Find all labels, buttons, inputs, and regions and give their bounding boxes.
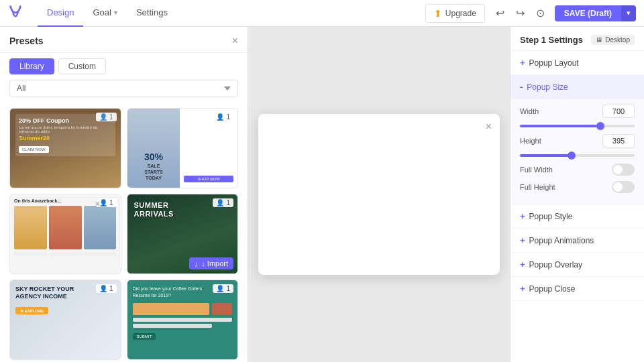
- person-icon-6: 👤: [216, 285, 224, 292]
- presets-panel: Presets × Library Custom All Popup Banne…: [0, 27, 248, 362]
- collapse-icon-size: -: [520, 82, 523, 92]
- section-popup-overlay[interactable]: + Popup Overlay: [511, 253, 644, 277]
- preset-badge-2: 👤 1: [213, 113, 233, 121]
- width-slider-row: [520, 125, 635, 127]
- preset-tab-custom[interactable]: Custom: [58, 58, 106, 74]
- step-header: Step 1 Settings 🖥 Desktop: [511, 27, 644, 51]
- expand-icon-layout: +: [520, 58, 525, 68]
- nav-tabs: Design Goal ▾ Settings: [38, 0, 177, 27]
- full-height-toggle[interactable]: [612, 181, 635, 193]
- section-popup-size[interactable]: - Popup Size: [511, 75, 644, 99]
- import-icon: ↓: [195, 259, 199, 267]
- preset-card-people[interactable]: On this Amazeback... 👤 1: [9, 194, 121, 274]
- card3-close[interactable]: ×: [95, 198, 100, 209]
- full-height-row: Full Height: [520, 181, 635, 193]
- height-label: Height: [520, 137, 602, 145]
- full-width-toggle[interactable]: [612, 164, 635, 176]
- save-main-button[interactable]: SAVE (Draft): [555, 5, 621, 21]
- nav-tab-settings[interactable]: Settings: [127, 0, 177, 27]
- person-icon-2: 👤: [216, 113, 224, 121]
- preset-badge-4: 👤 1: [213, 198, 233, 207]
- person-icon-4: 👤: [216, 199, 224, 206]
- expand-icon-animations: +: [520, 235, 525, 245]
- section-popup-animations[interactable]: + Popup Animations: [511, 229, 644, 253]
- full-height-knob: [613, 182, 623, 192]
- save-button-group: SAVE (Draft) ▾: [555, 5, 636, 21]
- preset-badge-5: 👤 1: [96, 284, 117, 293]
- desktop-badge[interactable]: 🖥 Desktop: [591, 35, 635, 45]
- full-width-label: Full Width: [520, 166, 612, 174]
- height-input[interactable]: [602, 134, 635, 147]
- height-slider-row: [520, 154, 635, 157]
- width-field-row: Width: [520, 105, 635, 118]
- preset-card-coupon[interactable]: 20% OFF Coupon Lorem ipsum dolor, tempor…: [9, 108, 121, 188]
- height-slider-track[interactable]: [520, 154, 635, 157]
- preset-tab-library[interactable]: Library: [9, 58, 54, 74]
- preset-card-sale[interactable]: 30% SALE STARTS TODAY SHOP NOW 👤 1: [127, 108, 239, 188]
- right-panel: Step 1 Settings 🖥 Desktop + Popup Layout…: [510, 27, 644, 362]
- section-popup-style[interactable]: + Popup Style: [511, 204, 644, 229]
- full-height-label: Full Height: [520, 183, 612, 191]
- monitor-icon: 🖥: [596, 36, 602, 44]
- nav-tab-design[interactable]: Design: [38, 0, 83, 27]
- section-popup-layout[interactable]: + Popup Layout: [511, 51, 644, 75]
- upgrade-button[interactable]: ⬆ Upgrade: [425, 4, 485, 23]
- step-title: Step 1 Settings: [520, 35, 583, 45]
- height-slider-thumb[interactable]: [568, 152, 576, 160]
- height-slider-fill: [520, 154, 572, 157]
- nav-tab-goal[interactable]: Goal ▾: [83, 0, 126, 27]
- presets-filter: All Popup Banner Fullscreen: [0, 80, 248, 103]
- presets-header: Presets ×: [0, 27, 248, 53]
- presets-tabs: Library Custom: [0, 53, 248, 80]
- expand-icon-overlay: +: [520, 259, 525, 269]
- preset-card-summer[interactable]: SUMMERARRIVALS 👤 1 ↓ ↓ Import: [127, 194, 239, 274]
- presets-title: Presets: [9, 36, 44, 46]
- upgrade-arrow-icon: ⬆: [434, 8, 442, 19]
- section-popup-close[interactable]: + Popup Close: [511, 277, 644, 301]
- full-width-knob: [613, 165, 623, 174]
- preset-card-agency[interactable]: SKY ROCKET YOURAGENCY INCOME ★ EXPLORE 👤…: [9, 280, 121, 360]
- expand-icon-style: +: [520, 211, 525, 221]
- import-badge[interactable]: ↓ ↓ Import: [189, 257, 233, 269]
- redo-button[interactable]: ↪: [511, 3, 531, 23]
- top-navigation: Design Goal ▾ Settings ⬆ Upgrade ↩ ↪ ⊙ S…: [0, 0, 644, 27]
- app-logo[interactable]: [8, 4, 27, 23]
- presets-close-button[interactable]: ×: [232, 35, 238, 47]
- preset-badge-6: 👤 1: [213, 284, 233, 293]
- full-width-row: Full Width: [520, 164, 635, 176]
- width-slider-track[interactable]: [520, 125, 635, 127]
- popup-size-expanded: Width Height Ful: [511, 99, 644, 204]
- chevron-down-icon: ▾: [114, 9, 117, 16]
- canvas-area: ×: [248, 27, 510, 362]
- popup-preview-close[interactable]: ×: [486, 121, 492, 133]
- width-input[interactable]: [602, 105, 635, 118]
- person-icon-5: 👤: [99, 285, 107, 292]
- preset-card-form[interactable]: Did you leave your Coffee OrdersResume f…: [127, 280, 239, 360]
- preview-button[interactable]: ⊙: [531, 3, 551, 23]
- person-icon-3: 👤: [99, 199, 107, 206]
- filter-select[interactable]: All Popup Banner Fullscreen: [9, 80, 238, 97]
- width-slider-thumb[interactable]: [596, 122, 604, 130]
- main-layout: Presets × Library Custom All Popup Banne…: [0, 27, 644, 362]
- width-slider-fill: [520, 125, 600, 127]
- presets-grid: 20% OFF Coupon Lorem ipsum dolor, tempor…: [0, 103, 248, 362]
- save-dropdown-button[interactable]: ▾: [621, 5, 636, 21]
- height-field-row: Height: [520, 134, 635, 147]
- undo-button[interactable]: ↩: [490, 3, 511, 23]
- width-label: Width: [520, 107, 602, 115]
- expand-icon-close: +: [520, 284, 525, 294]
- popup-preview: ×: [258, 114, 500, 275]
